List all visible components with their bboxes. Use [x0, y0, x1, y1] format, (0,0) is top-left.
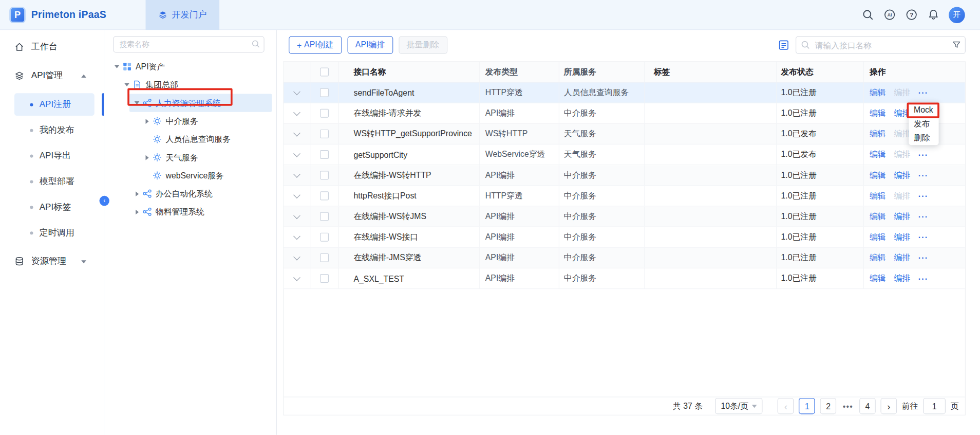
ai-icon[interactable]: AI — [883, 8, 895, 21]
row-expand-icon[interactable] — [294, 150, 301, 157]
more-actions-button[interactable]: ··· — [918, 171, 928, 180]
edit-link[interactable]: 编辑 — [870, 252, 886, 263]
row-checkbox[interactable] — [320, 191, 329, 200]
orchestrate-link[interactable]: 编排 — [894, 128, 910, 139]
help-icon[interactable]: ? — [905, 8, 917, 21]
row-checkbox[interactable] — [320, 150, 329, 159]
expander-collapsed-icon[interactable] — [135, 209, 138, 214]
list-view-icon[interactable] — [778, 40, 789, 51]
row-checkbox[interactable] — [320, 212, 329, 221]
tree-search-input[interactable] — [113, 37, 264, 53]
orchestrate-link[interactable]: 编排 — [894, 211, 910, 222]
table-row[interactable]: A_SXL_TEST API编排 中介服务 1.0已注册 编辑 编排 ··· — [284, 268, 965, 289]
panel-collapse-button[interactable]: ‹ — [99, 196, 109, 206]
row-expand-icon[interactable] — [294, 253, 301, 261]
tree-node-api-assets[interactable]: API资产 — [104, 58, 276, 76]
row-expand-icon[interactable] — [294, 109, 301, 116]
row-expand-icon[interactable] — [294, 212, 301, 219]
orchestrate-link[interactable]: 编排 — [894, 170, 910, 181]
tree-node-hr-system[interactable]: 人力资源管理系统 — [129, 94, 272, 112]
tree-node-material-management-system[interactable]: 物料管理系统 — [104, 203, 276, 221]
more-actions-button[interactable]: ··· — [918, 232, 928, 242]
tree-node-group-hq[interactable]: 集团总部 — [104, 76, 276, 94]
select-all-checkbox[interactable] — [320, 67, 329, 76]
sidebar-item-my-publish[interactable]: 我的发布 — [14, 119, 95, 141]
table-row[interactable]: getSupportCity WebService穿透 天气服务 1.0已发布 … — [284, 144, 965, 165]
orchestrate-link[interactable]: 编排 — [894, 273, 910, 284]
tab-dev-portal[interactable]: 开发门户 — [146, 0, 220, 30]
page-button-2[interactable]: 2 — [820, 398, 837, 414]
sidebar-item-api-tags[interactable]: API标签 — [14, 196, 95, 219]
tree-node-webservice-service[interactable]: webService服务 — [104, 167, 276, 185]
edit-link[interactable]: 编辑 — [870, 107, 886, 119]
prev-page-button[interactable]: ‹ — [778, 398, 794, 414]
pagination-ellipsis[interactable]: ••• — [841, 402, 854, 411]
more-actions-button[interactable]: ··· — [918, 274, 928, 283]
more-actions-button[interactable]: ··· — [918, 88, 928, 97]
api-search-input[interactable] — [796, 37, 966, 54]
row-checkbox[interactable] — [320, 171, 329, 179]
row-expand-icon[interactable] — [294, 274, 301, 281]
next-page-button[interactable]: › — [880, 398, 897, 414]
expander-expanded-icon[interactable] — [115, 65, 120, 68]
table-row[interactable]: WS转HTTP_getSupportProvince WS转HTTP 天气服务 … — [284, 124, 965, 144]
edit-link[interactable]: 编辑 — [870, 190, 886, 202]
edit-link[interactable]: 编辑 — [870, 273, 886, 284]
more-actions-button[interactable]: ··· — [918, 150, 928, 159]
row-checkbox[interactable] — [320, 253, 329, 262]
sidebar-item-api-export[interactable]: API导出 — [14, 144, 95, 167]
api-create-button[interactable]: + API创建 — [289, 37, 342, 54]
table-row[interactable]: 在线编排-WS转HTTP API编排 中介服务 1.0已注册 编辑 编排 ··· — [284, 165, 965, 186]
table-row[interactable]: sendFileToAgent HTTP穿透 人员信息查询服务 1.0已注册 编… — [284, 83, 965, 103]
orchestrate-link[interactable]: 编排 — [894, 87, 910, 98]
more-actions-button[interactable]: ··· — [918, 191, 928, 201]
edit-link[interactable]: 编辑 — [870, 149, 886, 160]
row-expand-icon[interactable] — [294, 88, 301, 95]
table-row[interactable]: httpRest接口Post HTTP穿透 中介服务 1.0已注册 编辑 编排 … — [284, 186, 965, 206]
orchestrate-link[interactable]: 编排 — [894, 107, 910, 119]
edit-link[interactable]: 编辑 — [870, 128, 886, 139]
page-button-4[interactable]: 4 — [859, 398, 876, 414]
edit-link[interactable]: 编辑 — [870, 231, 886, 243]
table-row[interactable]: 在线编排-JMS穿透 API编排 中介服务 1.0已注册 编辑 编排 ··· — [284, 248, 965, 268]
menu-item-publish[interactable]: 发布 — [909, 117, 938, 131]
api-orchestrate-button[interactable]: API编排 — [347, 37, 393, 54]
tree-node-personnel-query-service[interactable]: 人员信息查询服务 — [104, 130, 276, 148]
expander-collapsed-icon[interactable] — [145, 155, 148, 160]
sidebar-item-model-deploy[interactable]: 模型部署 — [14, 170, 95, 193]
sidebar-item-workbench[interactable]: 工作台 — [0, 32, 104, 61]
expander-expanded-icon[interactable] — [124, 83, 129, 86]
expander-expanded-icon[interactable] — [135, 101, 140, 104]
row-expand-icon[interactable] — [294, 130, 301, 137]
row-checkbox[interactable] — [320, 274, 329, 283]
page-size-select[interactable]: 10条/页 — [715, 398, 762, 414]
tree-node-office-automation-system[interactable]: 办公自动化系统 — [104, 185, 276, 203]
menu-item-delete[interactable]: 删除 — [909, 131, 938, 144]
filter-funnel-icon[interactable] — [952, 40, 961, 52]
edit-link[interactable]: 编辑 — [870, 170, 886, 181]
row-expand-icon[interactable] — [294, 171, 301, 178]
goto-page-input[interactable] — [923, 398, 946, 414]
expander-collapsed-icon[interactable] — [135, 191, 138, 196]
orchestrate-link[interactable]: 编排 — [894, 252, 910, 263]
table-row[interactable]: 在线编排-WS转JMS API编排 中介服务 1.0已注册 编辑 编排 ··· — [284, 207, 965, 227]
more-actions-button[interactable]: ··· — [918, 253, 928, 262]
sidebar-group-api-management[interactable]: API管理 — [0, 61, 104, 90]
table-row[interactable]: 在线编排-WS接口 API编排 中介服务 1.0已注册 编辑 编排 ··· — [284, 227, 965, 248]
row-checkbox[interactable] — [320, 130, 329, 138]
tree-node-weather-service[interactable]: 天气服务 — [104, 148, 276, 166]
search-icon[interactable] — [861, 8, 874, 21]
page-button-1[interactable]: 1 — [799, 398, 815, 414]
more-actions-button[interactable]: ··· — [918, 212, 928, 221]
row-expand-icon[interactable] — [294, 191, 301, 198]
edit-link[interactable]: 编辑 — [870, 87, 886, 98]
sidebar-item-api-register[interactable]: API注册 — [14, 93, 95, 116]
edit-link[interactable]: 编辑 — [870, 211, 886, 222]
tree-node-broker-service[interactable]: 中介服务 — [104, 112, 276, 130]
expander-collapsed-icon[interactable] — [145, 119, 148, 124]
row-checkbox[interactable] — [320, 233, 329, 242]
sidebar-item-scheduled-call[interactable]: 定时调用 — [14, 222, 95, 244]
batch-delete-button[interactable]: 批量删除 — [399, 37, 447, 54]
bell-icon[interactable] — [927, 8, 939, 21]
table-row[interactable]: 在线编排-请求并发 API编排 中介服务 1.0已注册 编辑 编排 ··· — [284, 103, 965, 124]
